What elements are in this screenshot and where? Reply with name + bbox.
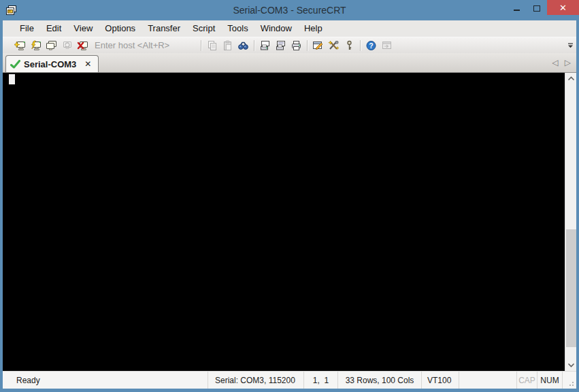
toolbar-separator <box>307 40 308 51</box>
securecrt-window: Serial-COM3 - SecureCRT ✕ File Edit View… <box>0 0 579 392</box>
menu-window[interactable]: Window <box>254 20 298 37</box>
key-agent-icon[interactable] <box>342 38 357 52</box>
vertical-scrollbar[interactable] <box>565 73 576 371</box>
tab-close-icon[interactable]: ✕ <box>83 59 93 69</box>
quick-connect-icon[interactable] <box>28 38 44 52</box>
svg-text:?: ? <box>369 41 373 49</box>
print-screen-icon[interactable] <box>257 38 273 52</box>
scrollbar-thumb[interactable] <box>566 229 576 347</box>
toolbar-separator <box>201 40 201 51</box>
scroll-up-icon[interactable] <box>565 73 577 84</box>
scroll-down-icon[interactable] <box>565 359 577 371</box>
print-icon[interactable] <box>288 38 304 52</box>
toolbar-separator <box>360 40 361 51</box>
minimize-button[interactable] <box>506 0 527 15</box>
connected-check-icon <box>10 60 20 69</box>
status-blank <box>459 372 517 389</box>
app-icon[interactable] <box>5 5 17 16</box>
tab-serial-com3[interactable]: Serial-COM3 ✕ <box>5 55 99 72</box>
host-input[interactable] <box>95 39 195 52</box>
terminal-cursor <box>9 74 15 84</box>
status-grid-size: 33 Rows, 100 Cols <box>338 372 422 389</box>
terminal-screen[interactable] <box>3 73 565 371</box>
status-connection: Serial: COM3, 115200 <box>208 372 304 389</box>
menu-help[interactable]: Help <box>298 20 329 37</box>
menu-edit[interactable]: Edit <box>40 20 67 37</box>
resize-grip[interactable] <box>563 372 576 389</box>
menu-tools[interactable]: Tools <box>221 20 254 37</box>
window-title: Serial-COM3 - SecureCRT <box>0 0 579 20</box>
tab-scroll-left-icon[interactable]: ◁ <box>552 58 559 67</box>
tab-strip: Serial-COM3 ✕ ◁ ▷ <box>3 53 576 73</box>
disconnect-icon[interactable] <box>75 38 90 52</box>
help-icon[interactable]: ? <box>363 38 379 52</box>
menu-view[interactable]: View <box>67 20 99 37</box>
securefx-icon <box>379 38 395 52</box>
menu-bar: File Edit View Options Transfer Script T… <box>3 20 576 37</box>
session-options-icon[interactable] <box>310 38 326 52</box>
tab-scroll-right-icon[interactable]: ▷ <box>565 58 571 67</box>
status-num-lock: NUM <box>537 372 563 389</box>
menu-transfer[interactable]: Transfer <box>142 20 186 37</box>
status-caps-lock: CAP <box>517 372 537 389</box>
close-button[interactable]: ✕ <box>547 0 579 15</box>
status-bar: Ready Serial: COM3, 115200 1, 1 33 Rows,… <box>3 371 576 389</box>
toolbar: ? <box>3 37 576 53</box>
global-options-icon[interactable] <box>326 38 342 52</box>
status-cursor-position: 1, 1 <box>304 372 338 389</box>
find-icon[interactable] <box>235 38 251 52</box>
status-emulation: VT100 <box>422 372 459 389</box>
print-selection-icon[interactable] <box>273 38 288 52</box>
paste-icon <box>220 38 235 52</box>
copy-icon <box>204 38 220 52</box>
tab-label: Serial-COM3 <box>24 59 76 69</box>
toolbar-separator <box>254 40 254 51</box>
menu-script[interactable]: Script <box>186 20 221 37</box>
maximize-button[interactable] <box>527 0 547 15</box>
status-ready: Ready <box>3 372 208 389</box>
connect-icon[interactable] <box>12 38 28 52</box>
titlebar: Serial-COM3 - SecureCRT ✕ <box>0 0 579 20</box>
connect-in-tab-icon[interactable] <box>44 38 59 52</box>
menu-file[interactable]: File <box>14 20 40 37</box>
toolbar-overflow-button[interactable] <box>566 40 575 51</box>
reconnect-icon <box>59 38 75 52</box>
menu-options[interactable]: Options <box>99 20 142 37</box>
